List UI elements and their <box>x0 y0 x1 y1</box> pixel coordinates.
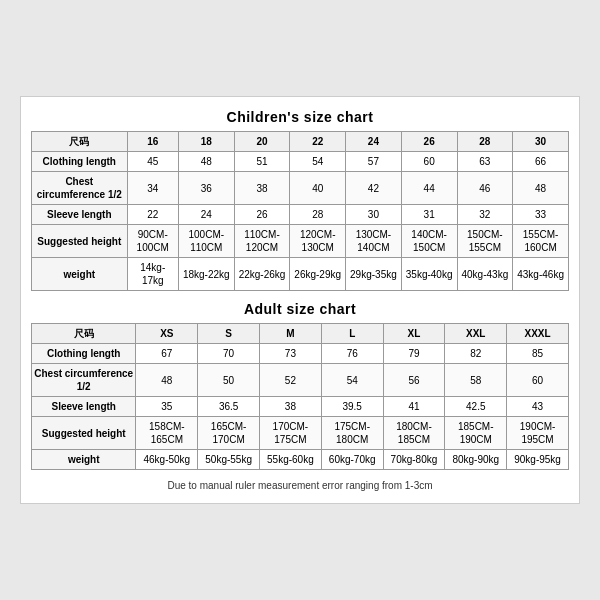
table-cell: 43 <box>507 397 569 417</box>
table-cell: 76 <box>321 344 383 364</box>
table-cell: 48 <box>136 364 198 397</box>
table-cell: 100CM-110CM <box>178 225 234 258</box>
table-cell: 41 <box>383 397 445 417</box>
children-title: Children's size chart <box>31 109 569 125</box>
column-header: XXL <box>445 324 507 344</box>
row-label: Clothing length <box>32 152 128 172</box>
table-cell: 85 <box>507 344 569 364</box>
table-cell: 56 <box>383 364 445 397</box>
table-cell: 26kg-29kg <box>290 258 346 291</box>
table-cell: 38 <box>260 397 322 417</box>
column-header: S <box>198 324 260 344</box>
table-cell: 50 <box>198 364 260 397</box>
adult-table: 尺码XSSMLXLXXLXXXL Clothing length67707376… <box>31 323 569 470</box>
adult-title: Adult size chart <box>31 301 569 317</box>
table-cell: 24 <box>178 205 234 225</box>
table-cell: 33 <box>513 205 569 225</box>
table-cell: 60 <box>507 364 569 397</box>
table-cell: 34 <box>127 172 178 205</box>
table-cell: 45 <box>127 152 178 172</box>
table-cell: 44 <box>401 172 457 205</box>
table-cell: 46 <box>457 172 513 205</box>
table-cell: 38 <box>234 172 290 205</box>
table-cell: 90CM-100CM <box>127 225 178 258</box>
children-table: 尺码1618202224262830 Clothing length454851… <box>31 131 569 291</box>
table-cell: 48 <box>178 152 234 172</box>
column-header: 尺码 <box>32 132 128 152</box>
row-label: Sleeve length <box>32 397 136 417</box>
table-cell: 26 <box>234 205 290 225</box>
row-label: weight <box>32 450 136 470</box>
table-cell: 185CM-190CM <box>445 417 507 450</box>
table-cell: 175CM-180CM <box>321 417 383 450</box>
table-cell: 42.5 <box>445 397 507 417</box>
table-cell: 60kg-70kg <box>321 450 383 470</box>
table-cell: 31 <box>401 205 457 225</box>
column-header: L <box>321 324 383 344</box>
table-cell: 58 <box>445 364 507 397</box>
column-header: 尺码 <box>32 324 136 344</box>
table-cell: 48 <box>513 172 569 205</box>
table-cell: 29kg-35kg <box>346 258 402 291</box>
table-cell: 140CM-150CM <box>401 225 457 258</box>
row-label: Clothing length <box>32 344 136 364</box>
footer-note: Due to manual ruler measurement error ra… <box>31 480 569 491</box>
table-cell: 80kg-90kg <box>445 450 507 470</box>
table-cell: 66 <box>513 152 569 172</box>
table-cell: 190CM-195CM <box>507 417 569 450</box>
table-cell: 70kg-80kg <box>383 450 445 470</box>
table-cell: 150CM-155CM <box>457 225 513 258</box>
column-header: 24 <box>346 132 402 152</box>
column-header: XS <box>136 324 198 344</box>
column-header: M <box>260 324 322 344</box>
table-cell: 155CM-160CM <box>513 225 569 258</box>
table-cell: 43kg-46kg <box>513 258 569 291</box>
column-header: 22 <box>290 132 346 152</box>
column-header: 20 <box>234 132 290 152</box>
table-cell: 42 <box>346 172 402 205</box>
column-header: XXXL <box>507 324 569 344</box>
row-label: Suggested height <box>32 417 136 450</box>
table-cell: 46kg-50kg <box>136 450 198 470</box>
table-cell: 170CM-175CM <box>260 417 322 450</box>
table-cell: 30 <box>346 205 402 225</box>
table-cell: 54 <box>290 152 346 172</box>
row-label: Sleeve length <box>32 205 128 225</box>
table-cell: 55kg-60kg <box>260 450 322 470</box>
table-cell: 35 <box>136 397 198 417</box>
column-header: 16 <box>127 132 178 152</box>
table-cell: 165CM-170CM <box>198 417 260 450</box>
table-cell: 32 <box>457 205 513 225</box>
table-cell: 158CM-165CM <box>136 417 198 450</box>
row-label: Chest circumference 1/2 <box>32 364 136 397</box>
table-cell: 63 <box>457 152 513 172</box>
table-cell: 18kg-22kg <box>178 258 234 291</box>
table-cell: 73 <box>260 344 322 364</box>
table-cell: 180CM-185CM <box>383 417 445 450</box>
column-header: 26 <box>401 132 457 152</box>
column-header: XL <box>383 324 445 344</box>
row-label: weight <box>32 258 128 291</box>
table-cell: 67 <box>136 344 198 364</box>
table-cell: 120CM-130CM <box>290 225 346 258</box>
table-cell: 36 <box>178 172 234 205</box>
column-header: 18 <box>178 132 234 152</box>
table-cell: 40kg-43kg <box>457 258 513 291</box>
table-cell: 52 <box>260 364 322 397</box>
table-cell: 79 <box>383 344 445 364</box>
table-cell: 60 <box>401 152 457 172</box>
table-cell: 82 <box>445 344 507 364</box>
row-label: Suggested height <box>32 225 128 258</box>
table-cell: 90kg-95kg <box>507 450 569 470</box>
table-cell: 22kg-26kg <box>234 258 290 291</box>
row-label: Chest circumference 1/2 <box>32 172 128 205</box>
table-cell: 28 <box>290 205 346 225</box>
table-cell: 51 <box>234 152 290 172</box>
table-cell: 14kg-17kg <box>127 258 178 291</box>
table-cell: 57 <box>346 152 402 172</box>
table-cell: 22 <box>127 205 178 225</box>
column-header: 28 <box>457 132 513 152</box>
table-cell: 50kg-55kg <box>198 450 260 470</box>
table-cell: 36.5 <box>198 397 260 417</box>
chart-container: Children's size chart 尺码1618202224262830… <box>20 96 580 504</box>
